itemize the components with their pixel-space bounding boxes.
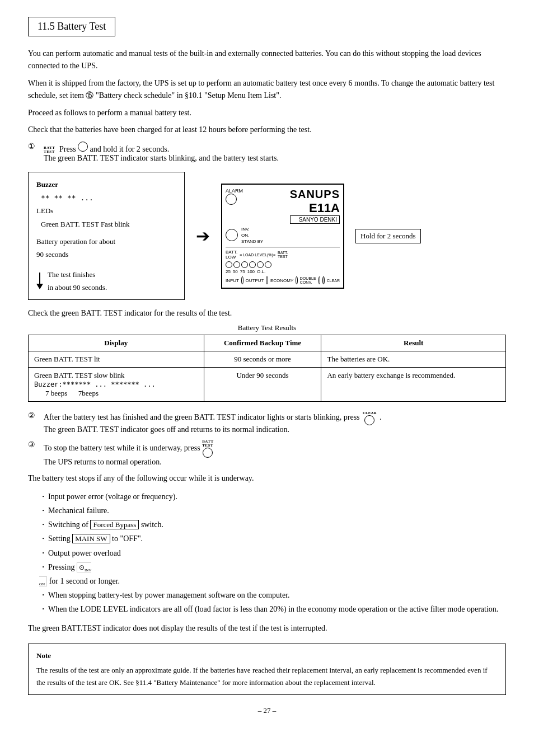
diagram-left-panel: Buzzer ** ** ** ... LEDs Green BATT. TES…: [28, 172, 185, 300]
clear-label-ups: CLEAR: [327, 279, 340, 283]
batt-low-label: BATT.LOW: [226, 250, 237, 260]
alarm-label: ALARM: [226, 188, 243, 194]
sanups-label: SANUPS: [290, 188, 340, 201]
ups-percent-labels: 25 50 75 100 O.L.: [226, 269, 340, 274]
buzzer-detail: ** ** ** ...: [41, 191, 176, 204]
list-item: Output power overload: [39, 546, 506, 560]
list-item: Setting MAIN SW to "OFF".: [39, 532, 506, 546]
table-title: Battery Test Results: [28, 323, 506, 332]
table-row: Green BATT. TEST lit 90 seconds or more …: [29, 351, 506, 368]
hold-label: Hold for 2 seconds: [355, 229, 421, 243]
list-item: Mechanical failure.: [39, 504, 506, 518]
step-1-hold: and hold it for 2 seconds.: [90, 145, 170, 153]
list-item: Input power error (voltage or frequency)…: [39, 490, 506, 504]
ups-circle-2: [233, 261, 240, 268]
note-title: Note: [36, 650, 498, 662]
sanyo-label: SANYO DENKI: [290, 215, 340, 224]
table-header-row: Display Confirmed Backup Time Result: [29, 335, 506, 351]
e11a-label: E11A: [290, 201, 340, 215]
ups-top: ALARM SANUPS E11A SANYO DENKI: [226, 188, 340, 224]
stop-text: The battery test stops if any of the fol…: [28, 472, 506, 485]
batt-test-button: [78, 142, 88, 152]
row1-display: Green BATT. TEST lit: [29, 351, 204, 368]
intro-p4: Check that the batteries have been charg…: [28, 124, 506, 136]
batt-test-label-ups: BATT.TEST: [278, 251, 288, 259]
note-text: The results of the test are only an appr…: [36, 664, 498, 689]
section-title-box: 11.5 Battery Test: [28, 17, 115, 36]
step-2-text: After the battery test has finished and …: [44, 411, 506, 425]
ups-economy-btn: [296, 276, 298, 284]
step-3: ③ To stop the battery test while it is u…: [28, 440, 506, 467]
step-1-num: ①: [28, 142, 39, 151]
double-label: DOUBLECONV.: [300, 276, 316, 284]
stop-conditions-list: Input power error (voltage or frequency)…: [39, 490, 506, 617]
ups-output-btn: [266, 276, 268, 284]
row2-display: Green BATT. TEST slow blink Buzzer:*****…: [29, 368, 204, 402]
ups-diagram: ALARM SANUPS E11A SANYO DENKI INV. ON. S…: [221, 184, 344, 289]
batt-test-icon: BATTTEST: [44, 146, 55, 154]
load-level-label: = LOAD LEVEL(%)=: [240, 253, 275, 257]
batt-test-icon-step3: BATTTEST: [202, 440, 214, 458]
batt-test-button-step3: [203, 448, 213, 458]
output-label: OUTPUT: [246, 278, 264, 283]
ups-last-btn: [322, 276, 325, 284]
diagram-arrow: ➔: [196, 226, 210, 246]
down-arrow-area: [36, 273, 43, 289]
battery-op: Battery operation for about 90 seconds: [36, 235, 176, 261]
arrow-shaft: [39, 273, 40, 284]
ups-brand: SANUPS E11A SANYO DENKI: [290, 188, 340, 224]
row2-result: An early battery exchange is recommended…: [321, 368, 506, 402]
step-1-text: BATTTEST Press and hold it for 2 seconds…: [44, 142, 506, 154]
list-item: When the LODE LEVEL indicators are all o…: [39, 602, 506, 616]
right-arrow-icon: ➔: [196, 226, 210, 246]
ups-circles-row: [226, 261, 340, 268]
ups-circle-4: [249, 261, 256, 268]
ups-indicators-row: BATT.LOW = LOAD LEVEL(%)= BATT.TEST: [226, 250, 340, 260]
page-number: – 27 –: [28, 706, 506, 715]
intro-p2: When it is shipped from the factory, the…: [28, 77, 506, 102]
step-1-content: BATTTEST Press and hold it for 2 seconds…: [44, 142, 506, 163]
arrow-head: [36, 284, 43, 289]
leds-label: LEDs: [36, 204, 176, 217]
list-item: Pressing ⊙INVON for 1 second or longer.: [39, 560, 506, 588]
intro-p3: Proceed as follows to perform a manual b…: [28, 107, 506, 119]
economy-label: ECONOMY: [270, 278, 293, 283]
step-2: ② After the battery test has finished an…: [28, 411, 506, 434]
final-text: The green BATT.TEST indicator does not d…: [28, 622, 506, 635]
forced-bypass-box: Forced Bypass: [90, 520, 139, 529]
ups-circle-5: [257, 261, 264, 268]
ups-circle-6: [265, 261, 271, 268]
buzzer-label: Buzzer: [36, 178, 176, 191]
step-3-num: ③: [28, 440, 39, 449]
ups-circle-3: [241, 261, 248, 268]
ups-double-btn: [318, 276, 321, 284]
step-1-press: Press: [59, 145, 76, 153]
input-label: INPUT: [226, 278, 239, 283]
step-3-result: The UPS returns to normal operation.: [44, 458, 506, 467]
check-text: Check the green BATT. TEST indicator for…: [28, 309, 506, 318]
diagram-area: Buzzer ** ** ** ... LEDs Green BATT. TES…: [28, 172, 506, 300]
step-3-text: To stop the battery test while it is und…: [44, 440, 506, 458]
ups-inv-labels: INV. ON. STAND BY: [241, 226, 263, 245]
section-title: 11.5 Battery Test: [38, 21, 106, 32]
main-sw-box: MAIN SW: [72, 534, 110, 543]
step-3-content: To stop the battery test while it is und…: [44, 440, 506, 467]
ups-input-btn: [241, 276, 243, 284]
col-confirmed: Confirmed Backup Time: [204, 335, 321, 351]
note-box: Note The results of the test are only an…: [28, 644, 506, 695]
finishes-row: The test finishes in about 90 seconds.: [36, 268, 176, 294]
alarm-circle: [226, 194, 237, 205]
ups-middle: INV. ON. STAND BY: [226, 226, 340, 245]
ups-button-row: INPUT OUTPUT ECONOMY DOUBLECONV. CLEAR: [226, 276, 340, 284]
step-1-result: The green BATT. TEST indicator starts bl…: [44, 154, 506, 163]
step-2-result: The green BATT. TEST indicator goes off …: [44, 425, 506, 434]
clear-icon: CLEAR: [363, 411, 377, 425]
list-item: When stopping battery-test by power mana…: [39, 588, 506, 602]
intro-p1: You can perform automatic and manual tes…: [28, 48, 506, 73]
row1-confirmed: 90 seconds or more: [204, 351, 321, 368]
step-2-content: After the battery test has finished and …: [44, 411, 506, 434]
ups-alarm-area: ALARM: [226, 188, 243, 205]
row1-result: The batteries are OK.: [321, 351, 506, 368]
inv-on-icon: ⊙INVON: [39, 562, 91, 586]
intro-section: You can perform automatic and manual tes…: [28, 48, 506, 136]
